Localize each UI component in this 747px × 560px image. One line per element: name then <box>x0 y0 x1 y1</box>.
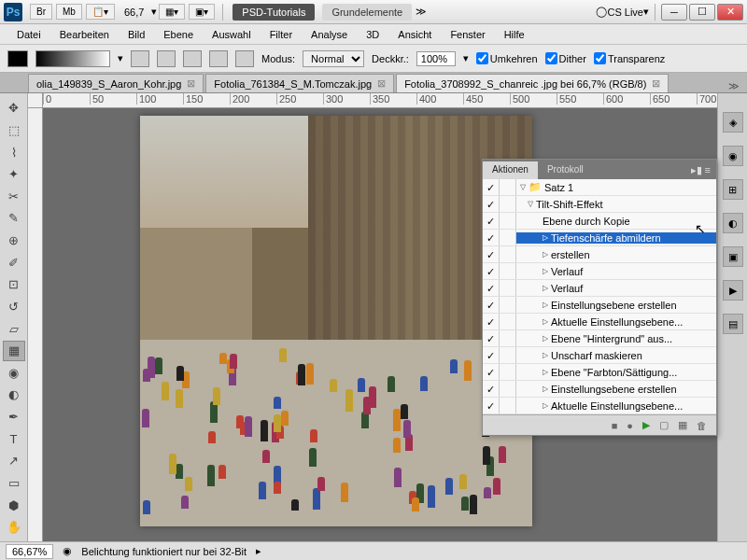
dodge-tool[interactable]: ◐ <box>3 385 25 405</box>
tabs-more-icon[interactable]: ≫ <box>721 80 747 92</box>
toggle-checkbox[interactable]: ✓ <box>483 263 500 279</box>
close-tab-icon[interactable]: ⊠ <box>187 77 195 90</box>
close-tab-icon[interactable]: ⊠ <box>652 77 660 90</box>
color-panel-icon[interactable]: ◈ <box>723 112 743 133</box>
reverse-checkbox[interactable]: Umkehren <box>476 52 538 64</box>
styles-panel-icon[interactable]: ⊞ <box>723 179 743 200</box>
dialog-toggle[interactable] <box>500 246 516 262</box>
action-row[interactable]: ✓Ebene durch Kopie <box>483 213 716 230</box>
opacity-dropdown-icon[interactable]: ▾ <box>463 52 469 64</box>
toggle-checkbox[interactable]: ✓ <box>483 246 500 262</box>
menu-analyse[interactable]: Analyse <box>302 26 357 43</box>
dialog-toggle[interactable] <box>500 330 516 346</box>
layers-panel-icon[interactable]: ▤ <box>723 314 743 334</box>
stamp-tool[interactable]: ⊡ <box>3 274 25 295</box>
pen-tool[interactable]: ✒ <box>3 407 25 427</box>
maximize-button[interactable]: ☐ <box>689 4 715 21</box>
linear-gradient-button[interactable] <box>131 50 149 67</box>
action-row[interactable]: ✓▽Tilt-Shift-Effekt <box>483 196 716 213</box>
menu-auswahl[interactable]: Auswahl <box>203 26 261 43</box>
hand-tool[interactable]: ✋ <box>3 517 25 538</box>
zoom-level[interactable]: 66,7 <box>124 7 144 18</box>
gradient-tool[interactable]: ▦ <box>3 341 25 361</box>
transparency-checkbox[interactable]: Transparenz <box>594 52 665 64</box>
healing-tool[interactable]: ⊕ <box>3 231 25 251</box>
gradient-dropdown-icon[interactable]: ▾ <box>118 52 123 64</box>
action-row[interactable]: ✓▽📁Satz 1 <box>483 179 716 196</box>
stop-button[interactable]: ■ <box>612 420 618 431</box>
tool-preset-button[interactable]: ▾ <box>7 50 28 67</box>
toggle-checkbox[interactable]: ✓ <box>483 347 500 363</box>
arrange-button[interactable]: ▦▾ <box>159 4 185 20</box>
dialog-toggle[interactable] <box>500 297 516 313</box>
eyedropper-tool[interactable]: ✎ <box>3 208 25 229</box>
reflected-gradient-button[interactable] <box>209 50 228 67</box>
action-row[interactable]: ✓▷Unscharf maskieren <box>483 347 716 364</box>
action-row[interactable]: ✓▷Aktuelle Einstellungsebene... <box>483 314 716 330</box>
action-row[interactable]: ✓▷Einstellungsebene erstellen <box>483 297 716 314</box>
minimize-button[interactable]: ─ <box>661 4 687 21</box>
menu-filter[interactable]: Filter <box>261 26 302 43</box>
menu-datei[interactable]: Datei <box>7 26 50 43</box>
close-button[interactable]: ✕ <box>717 4 743 21</box>
action-row[interactable]: ✓▷Verlauf <box>483 263 716 280</box>
document-tab[interactable]: olia_149839_S_Aaron_Kohr.jpg⊠ <box>28 74 204 92</box>
toggle-checkbox[interactable]: ✓ <box>483 297 500 313</box>
menu-ansicht[interactable]: Ansicht <box>388 26 441 43</box>
view-extras-button[interactable]: 📋▾ <box>86 4 115 20</box>
wand-tool[interactable]: ✦ <box>3 164 25 185</box>
3d-tool[interactable]: ⬢ <box>3 495 25 515</box>
delete-button[interactable]: 🗑 <box>697 420 707 431</box>
adjustments-panel-icon[interactable]: ◐ <box>723 213 743 233</box>
path-tool[interactable]: ↗ <box>3 451 25 471</box>
dialog-toggle[interactable] <box>500 179 516 195</box>
dialog-toggle[interactable] <box>500 263 516 279</box>
toggle-checkbox[interactable]: ✓ <box>483 398 500 413</box>
blur-tool[interactable]: ◉ <box>3 363 25 384</box>
toggle-checkbox[interactable]: ✓ <box>483 314 500 329</box>
dialog-toggle[interactable] <box>500 364 516 380</box>
action-row[interactable]: ✓▷Ebene "Hintergrund" aus... <box>483 330 716 347</box>
mode-select[interactable]: Normal <box>303 50 364 67</box>
close-tab-icon[interactable]: ⊠ <box>377 77 386 90</box>
action-row[interactable]: ✓▷Tiefenschärfe abmildern <box>483 230 716 246</box>
zoom-dropdown-icon[interactable]: ▾ <box>151 6 157 18</box>
cslive-dropdown-icon[interactable]: ▾ <box>643 6 649 18</box>
play-button[interactable]: ▶ <box>642 419 650 431</box>
tab-aktionen[interactable]: Aktionen <box>483 161 538 179</box>
workspace-more-icon[interactable]: ≫ <box>416 6 427 18</box>
toggle-checkbox[interactable]: ✓ <box>483 230 500 245</box>
brush-tool[interactable]: ✐ <box>3 252 25 273</box>
screen-mode-button[interactable]: ▣▾ <box>189 4 215 20</box>
angle-gradient-button[interactable] <box>183 50 202 67</box>
new-action-button[interactable]: ▦ <box>678 419 687 431</box>
toggle-checkbox[interactable]: ✓ <box>483 280 500 296</box>
status-dropdown-icon[interactable]: ▸ <box>256 545 261 557</box>
workspace-grundelemente[interactable]: Grundelemente <box>322 4 412 21</box>
diamond-gradient-button[interactable] <box>235 50 254 67</box>
toggle-checkbox[interactable]: ✓ <box>483 196 500 212</box>
gradient-picker[interactable] <box>35 50 110 67</box>
workspace-psd-tutorials[interactable]: PSD-Tutorials <box>233 4 315 21</box>
actions-panel-icon[interactable]: ▶ <box>723 280 743 301</box>
toggle-checkbox[interactable]: ✓ <box>483 179 500 195</box>
record-button[interactable]: ● <box>627 420 633 431</box>
menu-bearbeiten[interactable]: Bearbeiten <box>50 26 119 43</box>
lasso-tool[interactable]: ⌇ <box>3 142 25 162</box>
menu-fenster[interactable]: Fenster <box>441 26 494 43</box>
document-tab[interactable]: Fotolia_761384_S_M.Tomczak.jpg⊠ <box>205 74 394 92</box>
dialog-toggle[interactable] <box>500 314 516 329</box>
dialog-toggle[interactable] <box>500 196 516 212</box>
toggle-checkbox[interactable]: ✓ <box>483 330 500 346</box>
menu-ebene[interactable]: Ebene <box>154 26 203 43</box>
radial-gradient-button[interactable] <box>157 50 176 67</box>
document-tab[interactable]: Fotolia_3708992_S_chanreic .jpg bei 66,7… <box>396 74 669 92</box>
action-row[interactable]: ✓▷Ebene "Farbton/Sättigung... <box>483 364 716 381</box>
panel-menu-icon[interactable]: ▸▮ ≡ <box>685 161 716 179</box>
shape-tool[interactable]: ▭ <box>3 473 25 494</box>
menu-hilfe[interactable]: Hilfe <box>495 26 534 43</box>
mini-bridge-button[interactable]: Mb <box>56 4 82 20</box>
toggle-checkbox[interactable]: ✓ <box>483 381 500 397</box>
dialog-toggle[interactable] <box>500 230 516 245</box>
dialog-toggle[interactable] <box>500 398 516 413</box>
